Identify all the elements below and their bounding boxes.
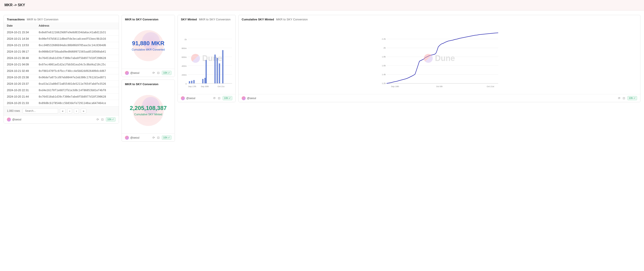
tx-date: 2024-10-21 09:17 bbox=[4, 48, 36, 55]
tx-address: 0xcd40532686b94abc88b06b9705aacbc14c8364… bbox=[36, 42, 119, 48]
search-input[interactable] bbox=[23, 108, 58, 114]
time-badge: 10h ✓ bbox=[627, 96, 637, 100]
tx-date: 2024-10-21 08:48 bbox=[4, 55, 36, 61]
refresh-icon[interactable]: ⟳ bbox=[152, 136, 155, 139]
last-page-button[interactable]: » bbox=[81, 108, 86, 114]
tx-date: 2024-10-20 23:38 bbox=[4, 74, 36, 81]
user-avatar bbox=[7, 118, 11, 122]
tx-date: 2024-10-21 04:09 bbox=[4, 61, 36, 68]
svg-text:1.6b: 1.6b bbox=[382, 64, 386, 67]
mkr-card1-header: MKR to SKY Conversion bbox=[122, 15, 175, 22]
table-row: 2024-10-21 15:34 0x8e07e61216629d0fe9e8d… bbox=[4, 29, 119, 36]
cumulative-chart-header: Cumulative SKY Minted MKR to SKY Convers… bbox=[238, 15, 640, 22]
tx-address: 0x96defa073cd97eb0844fe2eb300c17612d1ed8… bbox=[36, 74, 119, 81]
svg-rect-13 bbox=[189, 81, 190, 83]
svg-text:1.4b: 1.4b bbox=[382, 73, 386, 76]
mkr-converted-label: Cumulative MKR Converted bbox=[132, 48, 165, 51]
transactions-subtitle: MKR to SKY Conversion bbox=[27, 18, 58, 21]
mkr-card1-body: 91,880 MKR Cumulative MKR Converted bbox=[122, 22, 175, 69]
tx-address: 0x8e07e61216629d0fe9e8d0334da6ac41a8d11b… bbox=[36, 29, 119, 36]
table-row: 2024-10-21 02:49 0xf081470f5c6fbccf48cc4… bbox=[4, 68, 119, 74]
time-badge: 10h ✓ bbox=[162, 135, 172, 140]
sky-card2-header: MKR to SKY Conversion bbox=[122, 80, 175, 87]
sky-minted-value: 2,205,108,387 bbox=[130, 105, 167, 112]
svg-text:0: 0 bbox=[186, 83, 187, 85]
footer-user: @seoul bbox=[125, 71, 139, 75]
svg-text:400m: 400m bbox=[182, 65, 187, 67]
cumulative-chart-footer: @seoul ⟳ ⊡ 10h ✓ bbox=[238, 94, 640, 102]
share-icon[interactable]: ⊡ bbox=[218, 96, 220, 100]
tx-address: 0x89d8cb1f8548cc5b03defe7291140aca647464… bbox=[36, 100, 119, 106]
footer-username: @seoul bbox=[12, 118, 21, 121]
tx-date: 2024-10-21 15:34 bbox=[4, 29, 36, 36]
share-icon[interactable]: ⊡ bbox=[157, 71, 160, 74]
footer-username: @seoul bbox=[130, 136, 139, 139]
footer-username: @seoul bbox=[247, 97, 256, 100]
footer-actions: ⟳ ⊡ 10h ✓ bbox=[213, 96, 232, 100]
svg-text:Oct 21s: Oct 21s bbox=[218, 85, 224, 88]
svg-text:800m: 800m bbox=[182, 47, 187, 49]
mkr-card1-title: MKR to SKY Conversion bbox=[125, 18, 158, 21]
refresh-icon[interactable]: ⟳ bbox=[213, 96, 216, 100]
time-badge: 10h ✓ bbox=[106, 117, 116, 122]
refresh-icon[interactable]: ⟳ bbox=[152, 71, 155, 74]
footer-actions: ⟳ ⊡ 10h ✓ bbox=[152, 71, 172, 75]
sky-chart-header: SKY Minted MKR to SKY Conversion bbox=[178, 15, 236, 22]
tx-address: 0xa53a13a80d72a855481de5211e7654fabdfe35… bbox=[36, 81, 119, 87]
tx-date: 2024-10-20 21:33 bbox=[4, 100, 36, 106]
table-row: 2024-10-20 22:31 0xd4e161f0f1e6872fb1e3d… bbox=[4, 87, 119, 94]
sky-card2-footer: @seoul ⟳ ⊡ 10h ✓ bbox=[122, 134, 175, 141]
svg-text:1.2b: 1.2b bbox=[382, 82, 386, 84]
bar-chart-svg: 0 200m 400m 600m 800m 1b bbox=[180, 25, 233, 91]
refresh-icon[interactable]: ⟳ bbox=[96, 118, 99, 121]
tx-address: 0xd4e161f0f1e6872fb1e3d8c14f86053b81ef4b… bbox=[36, 87, 119, 94]
svg-rect-19 bbox=[214, 54, 216, 83]
footer-user: @seoul bbox=[7, 118, 21, 122]
footer-user: @seoul bbox=[181, 96, 195, 100]
transactions-panel: Transactions MKR to SKY Conversion Date … bbox=[4, 15, 119, 124]
sky-chart-body: Dune 0 200m 400m 600m 800m 1b bbox=[178, 22, 236, 94]
transactions-title: Transactions bbox=[7, 18, 25, 21]
share-icon[interactable]: ⊡ bbox=[157, 136, 160, 139]
table-row: 2024-10-20 23:37 0xa53a13a80d72a855481de… bbox=[4, 81, 119, 87]
user-avatar bbox=[242, 96, 246, 100]
table-row: 2024-10-21 09:17 0x9008d19f58aabd9ed0d60… bbox=[4, 48, 119, 55]
cumulative-chart-title: Cumulative SKY Minted bbox=[242, 18, 274, 21]
table-row: 2024-10-21 13:53 0xcd40532686b94abc88b06… bbox=[4, 42, 119, 48]
table-row: 2024-10-20 21:44 0x764510ab1d39cf300e7ab… bbox=[4, 94, 119, 100]
sky-card2-title: MKR to SKY Conversion bbox=[125, 82, 158, 86]
svg-text:Oct 5th: Oct 5th bbox=[436, 85, 442, 88]
svg-rect-15 bbox=[193, 80, 194, 83]
table-row: 2024-10-20 21:33 0x89d8cb1f8548cc5b03def… bbox=[4, 100, 119, 106]
tx-address: 0x90ef47b58111d0edfde3ecadceedf53eec9b1b… bbox=[36, 36, 119, 42]
user-avatar bbox=[181, 96, 185, 100]
time-badge: 10h ✓ bbox=[222, 96, 232, 100]
svg-text:600m: 600m bbox=[182, 56, 187, 58]
first-page-button[interactable]: « bbox=[60, 108, 66, 114]
svg-text:1b: 1b bbox=[184, 38, 187, 40]
refresh-icon[interactable]: ⟳ bbox=[618, 96, 620, 100]
transactions-footer: @seoul ⟳ ⊡ 10h ✓ bbox=[4, 115, 119, 123]
transactions-header: Transactions MKR to SKY Conversion bbox=[4, 15, 119, 22]
sky-card2-body: 2,205,108,387 Cumulative SKY Minted bbox=[122, 87, 175, 134]
main-content: Transactions MKR to SKY Conversion Date … bbox=[0, 10, 644, 146]
share-icon[interactable]: ⊡ bbox=[623, 96, 625, 100]
prev-page-button[interactable]: ‹ bbox=[67, 108, 72, 114]
next-page-button[interactable]: › bbox=[74, 108, 79, 114]
tx-address: 0x764510ab1d39cf300e7abe8f5b8977d18f2906… bbox=[36, 94, 119, 100]
footer-username: @seoul bbox=[130, 71, 139, 74]
sky-chart-footer: @seoul ⟳ ⊡ 10h ✓ bbox=[178, 94, 236, 102]
pagination-bar: 1,083 rows « ‹ › » bbox=[4, 106, 119, 115]
table-header-row: Date Address bbox=[4, 22, 119, 29]
transactions-table: Date Address 2024-10-21 15:34 0x8e07e612… bbox=[4, 22, 119, 106]
mkr-converted-card: MKR to SKY Conversion 91,880 MKR Cumulat… bbox=[122, 15, 175, 77]
cumulative-chart-subtitle: MKR to SKY Conversion bbox=[276, 18, 308, 21]
share-icon[interactable]: ⊡ bbox=[101, 118, 104, 121]
svg-text:Sep 17th: Sep 17th bbox=[188, 85, 196, 88]
sky-minted-chart-panel: SKY Minted MKR to SKY Conversion Dune 0 … bbox=[178, 15, 236, 102]
svg-text:2.2b: 2.2b bbox=[382, 38, 386, 40]
svg-rect-16 bbox=[202, 79, 204, 83]
tx-date: 2024-10-21 02:49 bbox=[4, 68, 36, 74]
bar-chart: 0 200m 400m 600m 800m 1b bbox=[180, 25, 233, 92]
middle-column: MKR to SKY Conversion 91,880 MKR Cumulat… bbox=[122, 15, 175, 142]
